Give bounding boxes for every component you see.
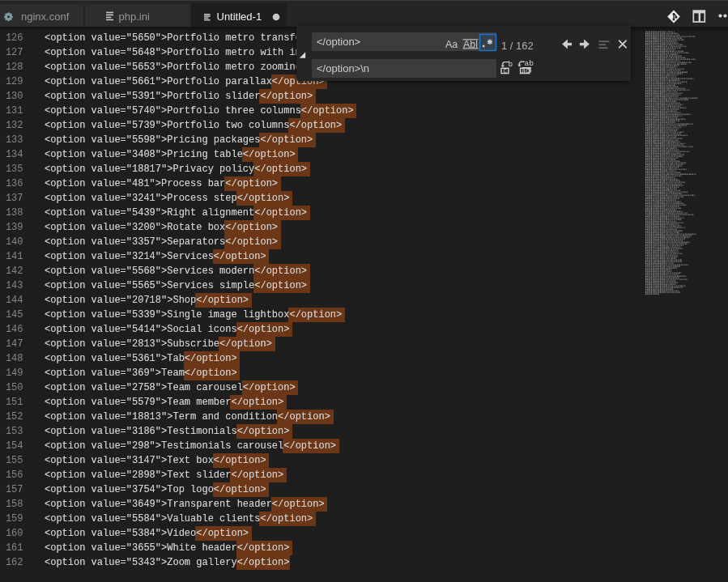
svg-text:Aa: Aa [445,39,458,50]
svg-text:c: c [503,67,507,75]
svg-text:ac: ac [522,67,530,75]
svg-text:b: b [509,60,513,69]
